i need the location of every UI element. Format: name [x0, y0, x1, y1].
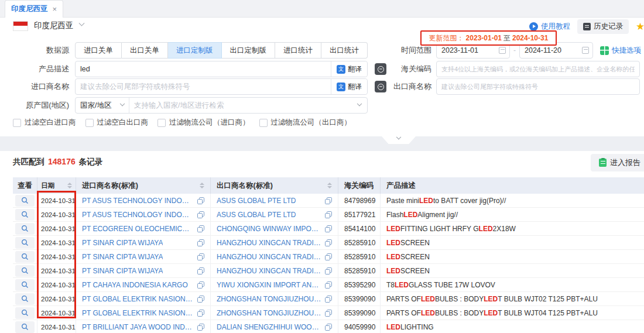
customs-code-input[interactable]: [436, 61, 640, 77]
exporter-link[interactable]: DALIAN SHENGZHIHUI WOOD INDUST...: [217, 323, 321, 331]
copy-icon[interactable]: [197, 239, 204, 246]
copy-icon[interactable]: [325, 281, 332, 289]
sort-asc-icon[interactable]: [327, 183, 332, 185]
exporter-link[interactable]: YIWU XIONGXIN IMPORT AND EXPORT...: [217, 281, 321, 289]
copy-icon[interactable]: [325, 310, 332, 317]
copy-icon[interactable]: [325, 324, 332, 331]
sort-desc-icon[interactable]: [327, 186, 332, 188]
sort-desc-icon[interactable]: [200, 186, 204, 188]
checkbox-icon[interactable]: [85, 119, 94, 127]
translate-button[interactable]: 文 翻译: [331, 61, 367, 77]
star-icon[interactable]: ★: [636, 20, 644, 33]
exporter-link[interactable]: ASUS GLOBAL PTE LTD: [217, 211, 296, 219]
importer-link[interactable]: PT ASUS TECHNOLOGY INDONESIA BA...: [82, 211, 194, 219]
copy-icon[interactable]: [197, 253, 204, 260]
exporter-link[interactable]: ASUS GLOBAL PTE LTD: [217, 197, 296, 205]
data-source-tab[interactable]: 进口定制版: [168, 42, 222, 59]
sort-asc-icon[interactable]: [200, 183, 204, 185]
exporter-link[interactable]: ZHONGSHAN TONGJIUZHOU INTERNA...: [217, 295, 321, 303]
exporter-link[interactable]: ZHONGSHAN TONGJIUZHOU INTERNA...: [217, 309, 321, 317]
importer-link[interactable]: PT CAHAYA INDONESIA KARGO: [82, 281, 188, 289]
sort-icon[interactable]: [200, 183, 204, 188]
importer-link[interactable]: PT BRILLIANT JAYA WOOD INDUSTRY: [82, 323, 194, 331]
copy-icon[interactable]: [197, 267, 204, 274]
data-source-tab[interactable]: 出口定制版: [222, 42, 276, 59]
copy-icon[interactable]: [197, 296, 204, 303]
enter-report-button[interactable]: 进入报告: [591, 154, 644, 171]
checkbox-icon[interactable]: [13, 119, 21, 127]
origin-search-input[interactable]: [129, 98, 358, 113]
data-source-tab[interactable]: 进口关单: [75, 42, 122, 59]
column-header[interactable]: 进口商名称(标准): [76, 177, 211, 194]
view-cell: [13, 306, 37, 320]
importer-link[interactable]: PT ASUS TECHNOLOGY INDONESIA BA...: [82, 197, 194, 205]
sort-desc-icon[interactable]: [67, 186, 72, 188]
copy-icon[interactable]: [197, 211, 204, 218]
exact-match-toggle[interactable]: [375, 81, 386, 92]
data-source-tab[interactable]: 进口统计: [275, 42, 321, 59]
copy-icon[interactable]: [325, 225, 332, 232]
view-detail-button[interactable]: [15, 209, 35, 221]
copy-icon[interactable]: [197, 197, 204, 204]
importer-link[interactable]: PT SINAR CIPTA WIJAYA: [82, 239, 163, 247]
close-icon[interactable]: ×: [53, 5, 57, 13]
data-source-tab[interactable]: 出口关单: [122, 42, 168, 59]
tab-indonesia[interactable]: 印度尼西亚 ×: [5, 0, 63, 18]
view-detail-button[interactable]: [15, 251, 35, 263]
view-detail-button[interactable]: [15, 293, 35, 305]
history-button[interactable]: 历史记录: [577, 19, 629, 34]
column-header[interactable]: 日期: [37, 177, 76, 194]
sort-icon[interactable]: [67, 183, 72, 188]
view-detail-button[interactable]: [15, 223, 35, 235]
filter-checkbox[interactable]: 过滤物流公司（出口商）: [259, 118, 352, 128]
copy-icon[interactable]: [325, 197, 332, 204]
view-detail-button[interactable]: [15, 265, 35, 277]
exact-match-toggle[interactable]: [375, 63, 386, 75]
translate-button[interactable]: 文 翻译: [331, 79, 367, 94]
sort-icon[interactable]: [327, 183, 332, 188]
copy-icon[interactable]: [197, 324, 204, 331]
filter-checkbox[interactable]: 过滤空白进口商: [13, 118, 76, 128]
sort-asc-icon[interactable]: [67, 183, 72, 185]
copy-icon[interactable]: [325, 211, 332, 218]
copy-icon[interactable]: [197, 310, 204, 317]
checkbox-icon[interactable]: [259, 119, 268, 127]
importer-input[interactable]: [75, 78, 368, 95]
view-detail-button[interactable]: [15, 307, 35, 319]
view-detail-button[interactable]: [15, 321, 35, 333]
copy-icon[interactable]: [197, 281, 204, 289]
copy-icon[interactable]: [197, 225, 204, 232]
exporter-link[interactable]: HANGZHOU XINGCAN TRADING CO LTD: [217, 239, 321, 247]
quick-options-button[interactable]: 快捷选项: [600, 46, 641, 56]
copy-icon[interactable]: [325, 267, 332, 274]
view-detail-button[interactable]: [15, 237, 35, 249]
product-desc-input[interactable]: [75, 61, 368, 77]
data-source-tab[interactable]: 出口统计: [321, 42, 368, 59]
origin-select[interactable]: 国家/地区: [76, 98, 129, 113]
importer-link[interactable]: PT SINAR CIPTA WIJAYA: [82, 267, 163, 275]
exporter-cell: ZHONGSHAN TONGJIUZHOU INTERNA...: [211, 292, 338, 305]
exporter-link[interactable]: HANGZHOU XINGCAN TRADING CO LTD: [217, 253, 321, 261]
copy-icon[interactable]: [325, 296, 332, 303]
exporter-link[interactable]: HANGZHOU XINGCAN TRADING CO LTD: [217, 267, 321, 275]
chevron-down-icon[interactable]: [357, 101, 362, 106]
filter-checkbox[interactable]: 过滤物流公司（进口商）: [157, 118, 250, 128]
copy-icon[interactable]: [325, 253, 332, 260]
importer-link[interactable]: PT SINAR CIPTA WIJAYA: [82, 253, 163, 261]
results-summary: 共匹配到 148176 条记录: [13, 157, 102, 167]
chevron-down-icon[interactable]: [78, 20, 84, 26]
view-detail-button[interactable]: [15, 279, 35, 291]
importer-link[interactable]: PT ECOGREEN OLEOCHEMICALS: [82, 225, 194, 233]
exporter-link[interactable]: CHONGQING WINWAY IMPORT AND E...: [217, 225, 321, 233]
importer-link[interactable]: PT GLOBAL ELEKTRIK NASIONAL: [82, 295, 194, 303]
product-desc-cell: Flash LED Aligment jig//: [381, 208, 644, 221]
view-detail-button[interactable]: [15, 195, 35, 207]
importer-link[interactable]: PT GLOBAL ELEKTRIK NASIONAL: [82, 309, 194, 317]
tutorial-link[interactable]: 使用教程: [529, 22, 570, 32]
copy-icon[interactable]: [325, 239, 332, 246]
column-header[interactable]: 出口商名称(标准): [211, 177, 338, 194]
checkbox-icon[interactable]: [157, 119, 166, 127]
exporter-input[interactable]: [436, 78, 640, 95]
magnifier-icon: [21, 211, 29, 218]
filter-checkbox[interactable]: 过滤空白出口商: [85, 118, 149, 128]
